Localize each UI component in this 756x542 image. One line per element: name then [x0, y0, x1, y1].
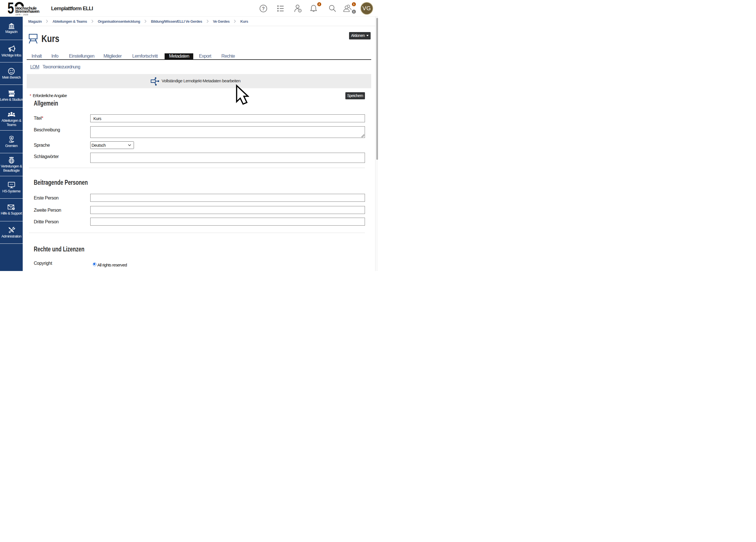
svg-text:Bremerhaven: Bremerhaven	[15, 9, 39, 14]
svg-text:?: ?	[262, 6, 265, 11]
svg-text:5: 5	[7, 2, 14, 16]
svg-text:?: ?	[13, 207, 14, 210]
svg-text:1975 – 2025: 1975 – 2025	[16, 14, 28, 16]
